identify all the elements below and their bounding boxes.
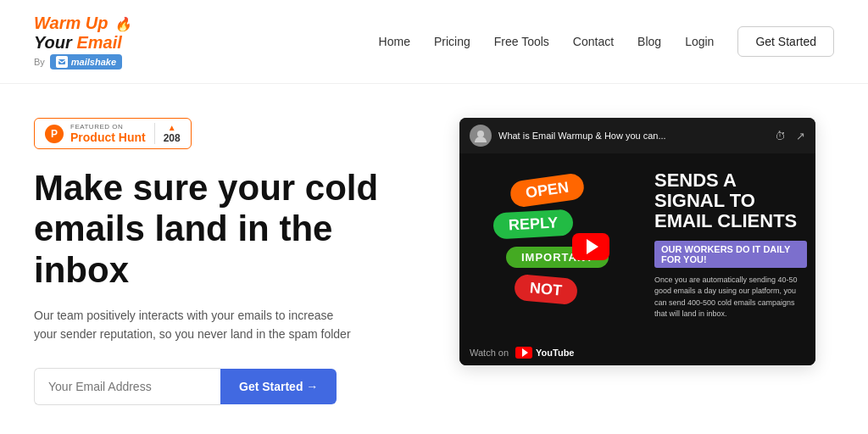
logo[interactable]: Warm Up 🔥 Your Email By mailshake xyxy=(34,14,131,70)
logo-email: Email xyxy=(76,33,121,52)
label-reply: REPLY xyxy=(492,209,574,240)
share-icon[interactable]: ↗ xyxy=(796,130,805,142)
hero-headline: Make sure your cold emails land in the i… xyxy=(34,168,390,291)
watch-on-youtube-bar[interactable]: Watch on YouTube xyxy=(459,340,815,365)
video-top-left: What is Email Warmup & How you can... xyxy=(470,125,666,147)
logo-up: Up xyxy=(86,14,108,32)
video-thumbnail[interactable]: OPEN REPLY IMPORTANT NOT SENDS A SIGNAL … xyxy=(459,153,815,340)
svg-rect-0 xyxy=(58,59,65,64)
hero-subheadline: Our team positively interacts with your … xyxy=(34,306,356,344)
flame-icon: 🔥 xyxy=(114,17,131,32)
video-top-right: ⏱ ↗ xyxy=(775,130,805,142)
logo-warm: Warm xyxy=(34,14,81,32)
ph-featured-label: FEATURED ON xyxy=(70,123,146,131)
video-subline: OUR WORKERS DO IT DAILY FOR YOU! xyxy=(654,241,807,268)
nav-get-started-button[interactable]: Get Started xyxy=(737,26,834,57)
nav-pricing[interactable]: Pricing xyxy=(434,35,470,48)
label-open: OPEN xyxy=(509,172,585,209)
nav-contact[interactable]: Contact xyxy=(573,35,614,48)
youtube-play-button[interactable] xyxy=(572,233,609,260)
watch-later-icon[interactable]: ⏱ xyxy=(775,130,786,142)
youtube-icon xyxy=(515,347,532,359)
svg-point-1 xyxy=(477,131,484,137)
nav-blog[interactable]: Blog xyxy=(637,35,661,48)
product-hunt-badge[interactable]: P FEATURED ON Product Hunt ▲ 208 xyxy=(34,118,192,149)
youtube-logo: YouTube xyxy=(515,347,574,359)
get-started-hero-button[interactable]: Get Started → xyxy=(220,369,337,404)
nav-free-tools[interactable]: Free Tools xyxy=(494,35,549,48)
logo-by-label: By xyxy=(34,57,45,68)
nav-home[interactable]: Home xyxy=(379,35,410,48)
mailshake-label: mailshake xyxy=(71,57,116,68)
ph-upvote-count: 208 xyxy=(164,132,181,144)
video-body-text: Once you are automatically sending 40-50… xyxy=(654,275,807,320)
mailshake-icon xyxy=(56,56,68,68)
email-input[interactable] xyxy=(34,368,220,405)
label-not: NOT xyxy=(514,274,578,305)
youtube-name: YouTube xyxy=(536,348,574,358)
left-column: P FEATURED ON Product Hunt ▲ 208 Make su… xyxy=(34,118,390,405)
logo-your: Your xyxy=(34,33,72,52)
video-top-bar: What is Email Warmup & How you can... ⏱ … xyxy=(459,118,815,153)
ph-upvote-arrow-icon: ▲ xyxy=(168,123,176,132)
video-avatar xyxy=(470,125,492,147)
nav-login[interactable]: Login xyxy=(685,35,714,48)
right-column: What is Email Warmup & How you can... ⏱ … xyxy=(441,118,834,365)
watch-on-label: Watch on xyxy=(470,348,509,358)
ph-upvote[interactable]: ▲ 208 xyxy=(154,123,181,144)
ph-logo-icon: P xyxy=(45,125,64,143)
video-right-content: SENDS A SIGNAL TO EMAIL CLIENTS OUR WORK… xyxy=(654,170,807,320)
cta-row: Get Started → xyxy=(34,368,390,405)
ph-product-hunt-label: Product Hunt xyxy=(70,131,146,144)
video-title-text: What is Email Warmup & How you can... xyxy=(498,131,666,141)
video-embed[interactable]: What is Email Warmup & How you can... ⏱ … xyxy=(459,118,815,365)
video-main-headline: SENDS A SIGNAL TO EMAIL CLIENTS xyxy=(654,170,807,232)
mailshake-badge: mailshake xyxy=(50,54,122,70)
nav: Home Pricing Free Tools Contact Blog Log… xyxy=(379,26,834,57)
ph-badge-text: FEATURED ON Product Hunt xyxy=(70,123,146,144)
